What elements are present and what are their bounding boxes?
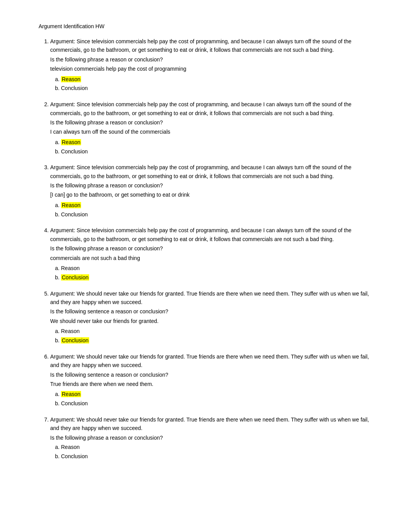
question-text: Is the following sentence a reason or co… — [50, 371, 379, 379]
option-reason: Reason — [61, 327, 379, 336]
phrase-text: We should never take our friends for gra… — [50, 317, 379, 325]
highlighted-answer: Conclusion — [61, 337, 89, 343]
highlighted-answer: Reason — [61, 139, 81, 145]
argument-text: Argument: We should never take our frien… — [50, 289, 379, 307]
options-list: ReasonConclusion — [50, 390, 379, 408]
question-item: Argument: We should never take our frien… — [50, 289, 379, 345]
question-item: Argument: Since television commercials h… — [50, 226, 379, 282]
options-list: ReasonConclusion — [50, 138, 379, 156]
highlighted-answer: Conclusion — [61, 274, 89, 280]
question-item: Argument: We should never take our frien… — [50, 415, 379, 461]
question-item: Argument: We should never take our frien… — [50, 352, 379, 408]
option-conclusion: Conclusion — [61, 210, 379, 219]
option-conclusion: Conclusion — [61, 147, 379, 156]
question-item: Argument: Since television commercials h… — [50, 100, 379, 156]
highlighted-answer: Reason — [61, 391, 81, 397]
question-text: Is the following phrase a reason or conc… — [50, 433, 379, 442]
question-text: Is the following phrase a reason or conc… — [50, 181, 379, 190]
option-conclusion: Conclusion — [61, 84, 379, 93]
option-reason: Reason — [61, 75, 379, 84]
argument-text: Argument: Since television commercials h… — [50, 163, 379, 180]
phrase-text: I can always turn off the sound of the c… — [50, 127, 379, 136]
options-list: ReasonConclusion — [50, 75, 379, 93]
argument-text: Argument: Since television commercials h… — [50, 37, 379, 54]
option-conclusion: Conclusion — [61, 399, 379, 408]
page-title: Argument Identification HW — [39, 23, 379, 29]
phrase-text: True friends are there when we need them… — [50, 380, 379, 388]
options-list: ReasonConclusion — [50, 264, 379, 282]
argument-text: Argument: Since television commercials h… — [50, 226, 379, 243]
question-text: Is the following phrase a reason or conc… — [50, 244, 379, 253]
option-conclusion: Conclusion — [61, 336, 379, 345]
argument-text: Argument: Since television commercials h… — [50, 100, 379, 117]
highlighted-answer: Reason — [61, 202, 81, 208]
phrase-text: commercials are not such a bad thing — [50, 254, 379, 262]
option-reason: Reason — [61, 201, 379, 210]
question-text: Is the following phrase a reason or conc… — [50, 55, 379, 64]
option-reason: Reason — [61, 390, 379, 399]
option-reason: Reason — [61, 138, 379, 147]
option-conclusion: Conclusion — [61, 273, 379, 282]
phrase-text: [I can] go to the bathroom, or get somet… — [50, 190, 379, 199]
option-conclusion: Conclusion — [61, 452, 379, 461]
questions-list: Argument: Since television commercials h… — [39, 37, 379, 461]
argument-text: Argument: We should never take our frien… — [50, 352, 379, 370]
options-list: ReasonConclusion — [50, 443, 379, 461]
option-reason: Reason — [61, 264, 379, 273]
highlighted-answer: Reason — [61, 76, 81, 82]
phrase-text: television commercials help pay the cost… — [50, 65, 379, 73]
option-reason: Reason — [61, 443, 379, 452]
options-list: ReasonConclusion — [50, 327, 379, 345]
options-list: ReasonConclusion — [50, 201, 379, 219]
question-item: Argument: Since television commercials h… — [50, 163, 379, 219]
argument-text: Argument: We should never take our frien… — [50, 415, 379, 433]
question-text: Is the following phrase a reason or conc… — [50, 118, 379, 127]
question-item: Argument: Since television commercials h… — [50, 37, 379, 93]
question-text: Is the following sentence a reason or co… — [50, 307, 379, 316]
